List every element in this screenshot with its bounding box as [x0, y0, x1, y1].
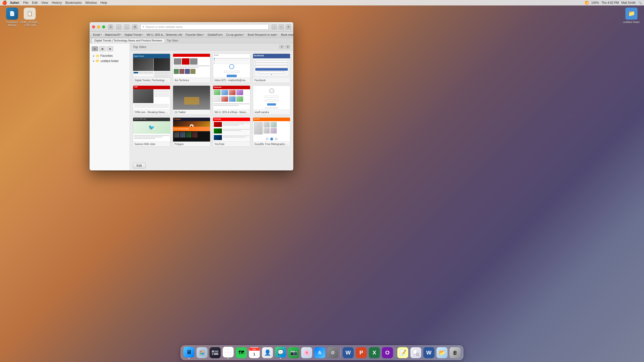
bookmark-wiiu-label: Wii U, 3DS &... Nintendo Life — [147, 33, 182, 36]
close-button[interactable] — [92, 25, 95, 28]
desktop-icon-gdm[interactable]: 📋 GDM_October_1 997.pdf — [20, 8, 40, 27]
thumbnail-inbox[interactable]: Gmail — [213, 54, 250, 83]
grid-view-btn[interactable]: ⊞ — [99, 46, 106, 51]
svg-rect-5 — [212, 350, 214, 352]
bookmark-detailsform[interactable]: DetailsForm — [206, 33, 224, 37]
bookmark-favsites[interactable]: Favorite Sites ▾ — [184, 33, 206, 37]
thumbnail-dt[interactable]: Digital Trends — [133, 54, 170, 83]
bookmark-coop[interactable]: Co-op games ▾ — [225, 33, 246, 37]
thumbnail-wii[interactable]: Nintendo — [213, 85, 250, 115]
iphoto-icon: 🌸 — [301, 347, 312, 358]
bookmark-email[interactable]: Email ▾ — [92, 33, 103, 37]
desktop-icon-gdm-label: GDM_October_1 997.pdf — [20, 21, 40, 27]
history-view-btn[interactable]: ★ — [107, 46, 113, 51]
word-icon: W — [343, 347, 354, 358]
menu-edit[interactable]: Edit — [32, 1, 37, 5]
dock-excel[interactable]: X — [368, 347, 380, 359]
dock-stickies[interactable]: 📝 — [397, 347, 409, 359]
edit-button[interactable]: Edit — [133, 163, 146, 168]
app-name[interactable]: Safari — [10, 1, 19, 5]
dock-files[interactable]: 📂 — [436, 347, 448, 359]
menu-bookmarks[interactable]: Bookmarks — [65, 1, 82, 5]
dock-safari[interactable] — [222, 347, 234, 359]
settings-button[interactable]: ⚙ — [286, 24, 291, 29]
star-view-btn[interactable]: ★ — [279, 45, 284, 49]
safari-window: ☰ ‹ › ⊞ ✦ Search or enter website name ↑… — [90, 22, 293, 170]
add-tab-button[interactable]: + — [279, 24, 284, 29]
spotlight-icon[interactable]: 🔍 — [638, 1, 642, 5]
thumbnail-easybib[interactable]: EasyBib — [253, 117, 290, 147]
stickies-icon: 📝 — [397, 347, 408, 358]
dock-prefs[interactable]: ⚙ — [327, 347, 339, 359]
dock-finder[interactable]: 🖥 — [183, 347, 195, 359]
dock-separator2 — [395, 348, 395, 357]
bookmark-digitaltrends[interactable]: Digital Trends ▾ — [123, 33, 145, 37]
thumbnail-youtube-label: YouTube — [213, 142, 250, 147]
thumbnail-polygon[interactable]: Polygon ▶ FAR CRY IN ACTION — [173, 117, 210, 147]
bookmark-detailsform-label: DetailsForm — [208, 33, 222, 36]
dock-trash[interactable]: 🗑 — [449, 347, 461, 359]
sidebar-toggle-btn[interactable]: ☰ — [108, 24, 113, 29]
title-bar: ☰ ‹ › ⊞ ✦ Search or enter website name ↑… — [90, 22, 293, 32]
thumbnail-sisoft[interactable]: sisoft sandra — [253, 85, 290, 115]
menu-view[interactable]: View — [41, 1, 48, 5]
menu-window[interactable]: Window — [85, 1, 97, 5]
back-button[interactable]: ‹ — [116, 24, 121, 29]
dock-launchpad[interactable] — [196, 347, 208, 359]
chevron-down-icon: ▾ — [276, 33, 277, 36]
dock-word2[interactable]: W — [423, 347, 435, 359]
menu-history[interactable]: History — [52, 1, 62, 5]
bookmark-makeuseof[interactable]: MakeUseOf ▾ — [104, 33, 123, 37]
dock-maps[interactable]: 🗺 — [235, 347, 247, 359]
dock-contacts[interactable]: 👤 — [261, 347, 273, 359]
bookmark-bookresearch2[interactable]: Book research to revis ▾ — [279, 33, 293, 37]
sidebar-item-untitled[interactable]: ▶ 📁 untitled folder — [92, 58, 128, 64]
thumbnail-ars[interactable]: Ars Technica — [173, 54, 210, 83]
desktop-icon-untitled[interactable]: 📁 untitled folder — [621, 8, 641, 24]
thumbnail-youtube[interactable]: YouTube — [213, 117, 250, 147]
dock-facetime[interactable]: 📷 — [288, 347, 300, 359]
grid-view-btn[interactable]: ⊞ — [285, 45, 290, 49]
thumbnail-cnn[interactable]: CNN — [133, 85, 170, 115]
dock-ppt[interactable]: P — [355, 347, 367, 359]
dock-appstore[interactable]: A — [314, 347, 326, 359]
svg-point-0 — [199, 350, 205, 356]
dock-messages[interactable]: 💬 — [274, 347, 287, 359]
sidebar-section: ▶ ⭐ Favorites ▶ 📁 untitled folder — [90, 52, 130, 65]
share-button[interactable]: ↑ — [272, 24, 277, 29]
dock-onenote[interactable]: O — [381, 347, 393, 359]
thumbnail-gamers[interactable]: Gamers With Jobs 🐦 — [133, 117, 170, 147]
dock-iphoto[interactable]: 🌸 — [301, 347, 313, 359]
tab-bar: Digital Trends | Technology News and Pro… — [90, 38, 293, 43]
tab-overview-button[interactable]: ⊞ — [132, 24, 137, 29]
thumbnail-facebook[interactable]: facebook Fac — [253, 54, 290, 83]
maximize-button[interactable] — [102, 25, 105, 28]
minimize-button[interactable] — [97, 25, 100, 28]
desktop-icon-freelance[interactable]: 📄 Freelance Writing — [2, 8, 22, 27]
dock-calendar[interactable]: CAL 1 — [248, 347, 260, 359]
apple-menu[interactable]: 🍎 — [2, 0, 7, 5]
menu-help[interactable]: Help — [100, 1, 107, 5]
dock-preview[interactable] — [410, 347, 422, 359]
top-sites-title: Top Sites — [133, 45, 146, 49]
url-bar[interactable]: ✦ Search or enter website name — [140, 24, 269, 30]
bookmark-wiiu[interactable]: Wii U, 3DS &... Nintendo Life — [145, 33, 184, 37]
sidebar-item-favorites[interactable]: ▶ ⭐ Favorites — [92, 53, 128, 58]
calendar-icon: CAL 1 — [249, 347, 260, 358]
top-sites-tab[interactable]: Top Sites — [167, 39, 178, 42]
maps-icon: 🗺 — [236, 347, 247, 358]
desktop-icon-freelance-label: Freelance Writing — [2, 21, 22, 27]
list-view-btn[interactable]: ≡ — [92, 46, 98, 51]
active-tab[interactable]: Digital Trends | Technology News and Pro… — [92, 38, 165, 43]
forward-button[interactable]: › — [124, 24, 129, 29]
files-icon: 📂 — [436, 347, 448, 358]
launchpad-icon — [196, 347, 208, 358]
thumbnail-twitter[interactable]: (1) Twitter — [173, 85, 210, 115]
dock-word[interactable]: W — [342, 347, 354, 359]
desktop-icon-untitled-label: untitled folder — [623, 21, 640, 24]
dock-mcc[interactable] — [209, 347, 221, 359]
svg-rect-6 — [215, 350, 218, 352]
bookmark-bookresearch[interactable]: Book Research to read ▾ — [246, 33, 279, 37]
sidebar: ≡ ⊞ ★ ▶ ⭐ Favorites ▶ 📁 untitled folder — [90, 43, 130, 170]
menu-file[interactable]: File — [23, 1, 28, 5]
